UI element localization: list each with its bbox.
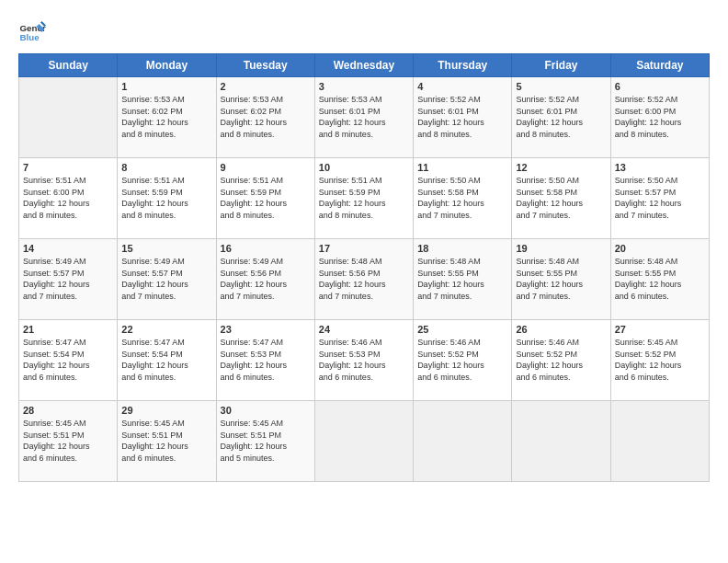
calendar-cell: 14Sunrise: 5:49 AM Sunset: 5:57 PM Dayli… [19, 239, 118, 320]
day-number: 27 [615, 324, 705, 335]
day-info: Sunrise: 5:53 AM Sunset: 6:01 PM Dayligh… [319, 94, 409, 140]
day-info: Sunrise: 5:46 AM Sunset: 5:52 PM Dayligh… [417, 337, 507, 383]
calendar-cell: 4Sunrise: 5:52 AM Sunset: 6:01 PM Daylig… [414, 77, 512, 158]
day-info: Sunrise: 5:49 AM Sunset: 5:57 PM Dayligh… [23, 256, 113, 302]
calendar-cell [610, 401, 709, 482]
day-info: Sunrise: 5:50 AM Sunset: 5:58 PM Dayligh… [417, 175, 507, 221]
calendar-body: 1Sunrise: 5:53 AM Sunset: 6:02 PM Daylig… [19, 77, 710, 482]
header-day-tuesday: Tuesday [216, 54, 314, 77]
day-info: Sunrise: 5:53 AM Sunset: 6:02 PM Dayligh… [121, 94, 211, 140]
day-number: 8 [121, 162, 211, 173]
day-number: 11 [417, 162, 507, 173]
day-number: 4 [417, 81, 507, 92]
day-info: Sunrise: 5:52 AM Sunset: 6:01 PM Dayligh… [516, 94, 606, 140]
day-number: 9 [221, 162, 311, 173]
day-number: 28 [23, 405, 113, 416]
day-info: Sunrise: 5:51 AM Sunset: 5:59 PM Dayligh… [121, 175, 211, 221]
day-info: Sunrise: 5:48 AM Sunset: 5:55 PM Dayligh… [615, 256, 705, 302]
svg-text:Blue: Blue [20, 32, 40, 42]
day-info: Sunrise: 5:46 AM Sunset: 5:53 PM Dayligh… [319, 337, 409, 383]
calendar-cell: 17Sunrise: 5:48 AM Sunset: 5:56 PM Dayli… [314, 239, 413, 320]
header-day-monday: Monday [118, 54, 216, 77]
day-number: 7 [23, 162, 113, 173]
calendar-cell: 19Sunrise: 5:48 AM Sunset: 5:55 PM Dayli… [512, 239, 610, 320]
page-header: General Blue [18, 18, 710, 46]
day-info: Sunrise: 5:46 AM Sunset: 5:52 PM Dayligh… [516, 337, 606, 383]
header-day-wednesday: Wednesday [314, 54, 413, 77]
calendar-cell: 15Sunrise: 5:49 AM Sunset: 5:57 PM Dayli… [118, 239, 216, 320]
day-number: 10 [319, 162, 409, 173]
day-number: 5 [516, 81, 606, 92]
day-number: 12 [516, 162, 606, 173]
day-info: Sunrise: 5:45 AM Sunset: 5:51 PM Dayligh… [221, 418, 311, 464]
week-row-1: 1Sunrise: 5:53 AM Sunset: 6:02 PM Daylig… [19, 77, 710, 158]
day-number: 17 [319, 243, 409, 254]
calendar-cell: 29Sunrise: 5:45 AM Sunset: 5:51 PM Dayli… [118, 401, 216, 482]
day-info: Sunrise: 5:45 AM Sunset: 5:51 PM Dayligh… [121, 418, 211, 464]
week-row-5: 28Sunrise: 5:45 AM Sunset: 5:51 PM Dayli… [19, 401, 710, 482]
calendar-cell: 6Sunrise: 5:52 AM Sunset: 6:00 PM Daylig… [610, 77, 709, 158]
calendar-cell: 20Sunrise: 5:48 AM Sunset: 5:55 PM Dayli… [610, 239, 709, 320]
calendar-cell: 27Sunrise: 5:45 AM Sunset: 5:52 PM Dayli… [610, 320, 709, 401]
day-info: Sunrise: 5:47 AM Sunset: 5:54 PM Dayligh… [121, 337, 211, 383]
calendar-cell [314, 401, 413, 482]
day-number: 14 [23, 243, 113, 254]
day-number: 15 [121, 243, 211, 254]
day-info: Sunrise: 5:49 AM Sunset: 5:56 PM Dayligh… [221, 256, 311, 302]
header-day-saturday: Saturday [610, 54, 709, 77]
day-number: 23 [221, 324, 311, 335]
logo-icon: General Blue [18, 18, 46, 46]
day-number: 6 [615, 81, 705, 92]
calendar-cell: 21Sunrise: 5:47 AM Sunset: 5:54 PM Dayli… [19, 320, 118, 401]
day-number: 30 [221, 405, 311, 416]
calendar-cell [512, 401, 610, 482]
calendar-cell: 1Sunrise: 5:53 AM Sunset: 6:02 PM Daylig… [118, 77, 216, 158]
day-number: 3 [319, 81, 409, 92]
day-number: 26 [516, 324, 606, 335]
day-number: 18 [417, 243, 507, 254]
day-number: 20 [615, 243, 705, 254]
header-day-sunday: Sunday [19, 54, 118, 77]
day-info: Sunrise: 5:49 AM Sunset: 5:57 PM Dayligh… [121, 256, 211, 302]
calendar-cell: 8Sunrise: 5:51 AM Sunset: 5:59 PM Daylig… [118, 158, 216, 239]
calendar-cell: 28Sunrise: 5:45 AM Sunset: 5:51 PM Dayli… [19, 401, 118, 482]
calendar-cell: 2Sunrise: 5:53 AM Sunset: 6:02 PM Daylig… [216, 77, 314, 158]
week-row-2: 7Sunrise: 5:51 AM Sunset: 6:00 PM Daylig… [19, 158, 710, 239]
day-number: 25 [417, 324, 507, 335]
calendar-cell: 13Sunrise: 5:50 AM Sunset: 5:57 PM Dayli… [610, 158, 709, 239]
day-number: 22 [121, 324, 211, 335]
day-number: 21 [23, 324, 113, 335]
calendar-cell: 24Sunrise: 5:46 AM Sunset: 5:53 PM Dayli… [314, 320, 413, 401]
header-day-thursday: Thursday [414, 54, 512, 77]
calendar-cell [19, 77, 118, 158]
calendar-cell: 30Sunrise: 5:45 AM Sunset: 5:51 PM Dayli… [216, 401, 314, 482]
day-number: 2 [221, 81, 311, 92]
calendar-cell: 9Sunrise: 5:51 AM Sunset: 5:59 PM Daylig… [216, 158, 314, 239]
day-info: Sunrise: 5:52 AM Sunset: 6:01 PM Dayligh… [417, 94, 507, 140]
calendar-header: SundayMondayTuesdayWednesdayThursdayFrid… [19, 54, 710, 77]
week-row-3: 14Sunrise: 5:49 AM Sunset: 5:57 PM Dayli… [19, 239, 710, 320]
day-info: Sunrise: 5:50 AM Sunset: 5:58 PM Dayligh… [516, 175, 606, 221]
day-info: Sunrise: 5:51 AM Sunset: 6:00 PM Dayligh… [23, 175, 113, 221]
day-number: 24 [319, 324, 409, 335]
day-number: 29 [121, 405, 211, 416]
day-info: Sunrise: 5:47 AM Sunset: 5:54 PM Dayligh… [23, 337, 113, 383]
header-row: SundayMondayTuesdayWednesdayThursdayFrid… [19, 54, 710, 77]
calendar-cell: 18Sunrise: 5:48 AM Sunset: 5:55 PM Dayli… [414, 239, 512, 320]
calendar-cell: 23Sunrise: 5:47 AM Sunset: 5:53 PM Dayli… [216, 320, 314, 401]
day-info: Sunrise: 5:48 AM Sunset: 5:55 PM Dayligh… [417, 256, 507, 302]
day-info: Sunrise: 5:51 AM Sunset: 5:59 PM Dayligh… [221, 175, 311, 221]
day-info: Sunrise: 5:51 AM Sunset: 5:59 PM Dayligh… [319, 175, 409, 221]
header-day-friday: Friday [512, 54, 610, 77]
calendar-cell: 7Sunrise: 5:51 AM Sunset: 6:00 PM Daylig… [19, 158, 118, 239]
calendar-cell: 22Sunrise: 5:47 AM Sunset: 5:54 PM Dayli… [118, 320, 216, 401]
calendar-cell: 26Sunrise: 5:46 AM Sunset: 5:52 PM Dayli… [512, 320, 610, 401]
day-info: Sunrise: 5:45 AM Sunset: 5:51 PM Dayligh… [23, 418, 113, 464]
week-row-4: 21Sunrise: 5:47 AM Sunset: 5:54 PM Dayli… [19, 320, 710, 401]
day-number: 1 [121, 81, 211, 92]
day-number: 13 [615, 162, 705, 173]
logo: General Blue [18, 18, 50, 46]
calendar-cell: 5Sunrise: 5:52 AM Sunset: 6:01 PM Daylig… [512, 77, 610, 158]
calendar-cell: 3Sunrise: 5:53 AM Sunset: 6:01 PM Daylig… [314, 77, 413, 158]
day-info: Sunrise: 5:45 AM Sunset: 5:52 PM Dayligh… [615, 337, 705, 383]
